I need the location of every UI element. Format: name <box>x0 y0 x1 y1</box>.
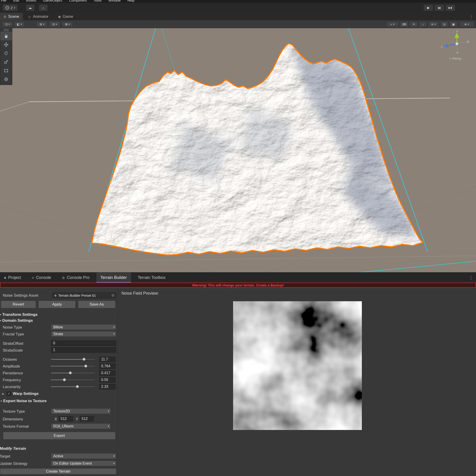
frequency-value-field[interactable]: 0.55 <box>99 377 116 383</box>
menu-gameobject[interactable]: GameObject <box>43 0 62 2</box>
fractal-type-dropdown[interactable]: Strata ▾ <box>51 331 116 337</box>
noise-settings-asset-field[interactable]: ◈ Terrain Builder Preset 01 ⊙ <box>52 292 116 298</box>
foldout-domain-icon[interactable]: ▼ <box>0 319 2 322</box>
pause-button[interactable]: ▮▮ <box>434 4 444 11</box>
modify-terrain-header[interactable]: Modify Terrain <box>0 446 26 451</box>
rect-tool-icon <box>4 68 8 73</box>
strata-offset-field[interactable]: 0 <box>51 340 116 346</box>
warp-settings-header[interactable]: Warp Settings <box>13 391 39 396</box>
drag-handle[interactable] <box>0 28 12 32</box>
texture-format-dropdown[interactable]: R16_UNorm ▾ <box>51 423 111 429</box>
scene-orientation-gizmo[interactable]: y z < Persp <box>438 30 472 60</box>
move-tool-button[interactable] <box>0 40 12 49</box>
hand-tool-button[interactable] <box>0 32 12 40</box>
tab-terrain-builder[interactable]: Terrain Builder <box>96 272 131 283</box>
menu-edit[interactable]: Edit <box>13 0 19 2</box>
strata-scale-field[interactable]: 1 <box>51 347 116 353</box>
chevron-down-icon: ▾ <box>113 326 115 329</box>
persistence-slider[interactable] <box>51 370 95 376</box>
scene-viewport[interactable]: y z < Persp <box>0 28 476 272</box>
noise-type-dropdown[interactable]: Billow ▾ <box>51 324 116 330</box>
account-dropdown[interactable]: ● Z ▾ <box>2 4 18 11</box>
tab-bar-more-button[interactable]: ⋮ <box>466 13 476 20</box>
tab-console-pro[interactable]: ≣ Console Pro <box>58 272 94 283</box>
tab-terrain-toolbox-label: Terrain Toolbox <box>138 275 166 280</box>
lacunarity-value-field[interactable]: 2.33 <box>99 384 116 390</box>
export-noise-header[interactable]: Export Noise to Texture <box>3 399 47 403</box>
play-button[interactable]: ▶ <box>423 4 433 11</box>
update-strategy-dropdown[interactable]: On Editor Update Event ▾ <box>51 460 116 466</box>
scene-camera-settings-button[interactable]: ▣ <box>450 21 457 27</box>
grid-visual-dropdown[interactable]: ⊞ ▾ <box>36 21 47 27</box>
export-button[interactable]: Export <box>3 432 116 440</box>
scale-icon <box>4 60 8 64</box>
persp-label: Persp <box>452 56 461 60</box>
scene-lighting-toggle[interactable]: ☀ <box>410 21 418 27</box>
object-picker-icon[interactable]: ⊙ <box>111 293 114 297</box>
dimensions-y-field[interactable]: 512 <box>80 416 94 422</box>
noise-settings-column: Noise Settings Asset ◈ Terrain Builder P… <box>0 288 118 476</box>
gizmos-dropdown[interactable]: ⊕ ▾ <box>459 21 474 27</box>
step-button[interactable]: ▶▮ <box>445 4 455 11</box>
tab-terrain-builder-label: Terrain Builder <box>101 275 127 280</box>
warp-settings-checkbox[interactable]: ✓ <box>7 391 11 396</box>
tab-game[interactable]: ◉ Game <box>54 13 77 20</box>
persistence-value-field[interactable]: 0.417 <box>99 370 116 376</box>
cloud-button[interactable]: ☁ <box>26 4 35 11</box>
chevron-down-icon: ▾ <box>108 425 109 428</box>
menu-window[interactable]: Window <box>108 0 120 2</box>
menu-component[interactable]: Component <box>69 0 87 2</box>
create-terrain-button[interactable]: Create Terrain <box>0 468 117 475</box>
chevron-down-icon: ▾ <box>20 23 22 26</box>
increment-snap-icon: ⊠ <box>65 23 68 26</box>
target-dropdown[interactable]: Active ▾ <box>51 453 116 459</box>
transform-settings-header[interactable]: Transform Settings <box>2 312 38 317</box>
persp-chevron-icon: < <box>449 56 451 60</box>
tab-scene[interactable]: ⊞ Scene <box>0 13 23 20</box>
tab-console[interactable]: ≡ Console <box>28 272 55 283</box>
octaves-value-field[interactable]: 11.7 <box>99 357 116 362</box>
dimensions-x-field[interactable]: 512 <box>59 416 73 422</box>
draw-mode-dropdown[interactable]: ◐ ▾ <box>386 21 399 27</box>
foldout-warp-icon[interactable]: ▶ <box>2 392 4 395</box>
frequency-label: Frequency <box>3 378 21 382</box>
grid-snap-increment-dropdown[interactable]: ⊠ ▾ <box>62 21 73 27</box>
rotate-icon <box>4 51 8 56</box>
rotate-tool-button[interactable] <box>0 49 12 58</box>
2d-toggle[interactable]: 2D <box>400 21 408 27</box>
rect-tool-button[interactable] <box>0 66 12 75</box>
octaves-slider[interactable] <box>51 357 95 362</box>
frequency-slider[interactable] <box>51 377 95 383</box>
save-as-button[interactable]: Save As <box>78 301 116 308</box>
amplitude-value-field[interactable]: 0.764 <box>99 363 116 369</box>
domain-settings-header[interactable]: Domain Settings <box>2 318 33 323</box>
revert-button[interactable]: Revert <box>1 301 36 308</box>
menu-assets[interactable]: Assets <box>26 0 36 2</box>
effects-dropdown[interactable]: ≋ ▾ <box>428 21 439 27</box>
snap-dropdown[interactable]: ⊟ ▾ <box>49 21 60 27</box>
home-button[interactable]: ⌂ <box>39 4 48 11</box>
audio-toggle[interactable]: ♪ <box>419 21 427 27</box>
scene-visibility-toggle[interactable]: ◎ <box>441 21 448 27</box>
panel-more-button[interactable]: ⋮ <box>466 272 476 283</box>
texture-type-dropdown[interactable]: Texture2D ▾ <box>51 408 111 414</box>
tab-terrain-toolbox[interactable]: Terrain Toolbox <box>134 272 170 283</box>
amplitude-slider[interactable] <box>51 363 95 369</box>
menu-help[interactable]: Help <box>127 0 135 2</box>
tab-game-label: Game <box>63 14 73 19</box>
apply-button[interactable]: Apply <box>38 301 76 308</box>
menu-file[interactable]: File <box>1 0 6 2</box>
foldout-transform-icon[interactable]: ▼ <box>0 313 2 316</box>
tool-settings-dropdown[interactable]: ⊡ ▾ <box>2 21 13 27</box>
scale-tool-button[interactable] <box>0 58 12 66</box>
foldout-export-icon[interactable]: ▼ <box>0 400 2 402</box>
lacunarity-slider[interactable] <box>51 384 95 390</box>
menu-tools[interactable]: Tools <box>94 0 102 2</box>
tab-animator[interactable]: ▷ Animator <box>25 13 52 20</box>
play-icon: ▶ <box>427 6 430 10</box>
tab-project[interactable]: ■ Project <box>0 272 25 283</box>
pivot-dropdown[interactable]: ◧ ▾ <box>14 21 25 27</box>
game-tab-icon: ◉ <box>58 15 61 18</box>
projection-mode-label[interactable]: < Persp <box>438 56 472 60</box>
transform-tool-button[interactable] <box>0 75 12 84</box>
